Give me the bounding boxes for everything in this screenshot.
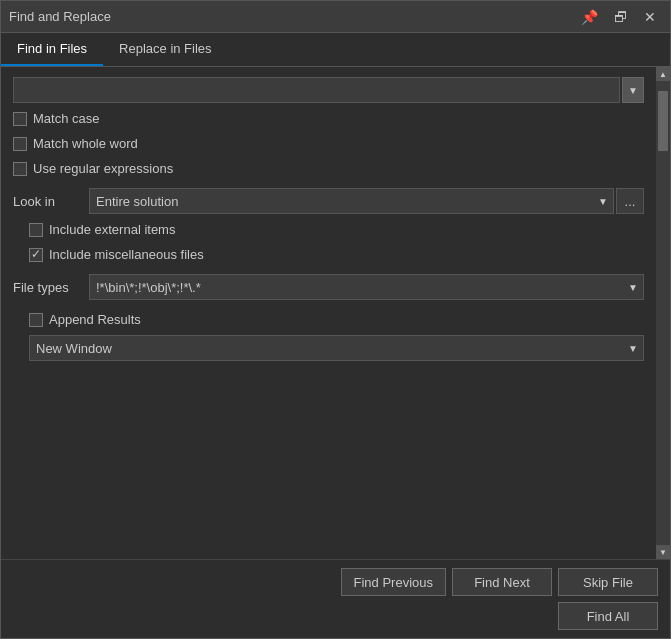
append-results-row: Append Results — [13, 310, 644, 329]
buttons-row-1: Find Previous Find Next Skip File — [341, 568, 658, 596]
include-external-row: Include external items — [13, 220, 644, 239]
content-area: ▼ Match case Match whole word Use regula… — [1, 67, 670, 559]
title-controls: 📌 🗗 ✕ — [575, 8, 662, 26]
file-types-label: File types — [13, 280, 81, 295]
find-replace-window: Find and Replace 📌 🗗 ✕ Find in Files Rep… — [0, 0, 671, 639]
match-case-label[interactable]: Match case — [33, 111, 99, 126]
output-select-wrap: New Window Find Results 1 Find Results 2… — [29, 335, 644, 361]
include-misc-label[interactable]: Include miscellaneous files — [49, 247, 204, 262]
file-types-select[interactable]: !*\bin\*;!*\obj\*;!*\.* *.* *.cs *.js *.… — [89, 274, 644, 300]
include-misc-row: Include miscellaneous files — [13, 245, 644, 264]
use-regex-label[interactable]: Use regular expressions — [33, 161, 173, 176]
pin-button[interactable]: 📌 — [575, 8, 604, 26]
title-bar: Find and Replace 📌 🗗 ✕ — [1, 1, 670, 33]
include-external-label[interactable]: Include external items — [49, 222, 175, 237]
buttons-row-2: Find All — [558, 602, 658, 630]
match-whole-word-row: Match whole word — [13, 134, 644, 153]
include-misc-checkbox[interactable] — [29, 248, 43, 262]
main-content: ▼ Match case Match whole word Use regula… — [1, 67, 656, 559]
skip-file-button[interactable]: Skip File — [558, 568, 658, 596]
file-types-row: File types !*\bin\*;!*\obj\*;!*\.* *.* *… — [13, 274, 644, 300]
window-title: Find and Replace — [9, 9, 111, 24]
scrollbar-thumb[interactable] — [658, 91, 668, 151]
use-regex-checkbox[interactable] — [13, 162, 27, 176]
close-button[interactable]: ✕ — [638, 8, 662, 26]
output-select[interactable]: New Window Find Results 1 Find Results 2 — [29, 335, 644, 361]
search-input[interactable] — [13, 77, 620, 103]
find-next-button[interactable]: Find Next — [452, 568, 552, 596]
append-results-label[interactable]: Append Results — [49, 312, 141, 327]
include-external-checkbox[interactable] — [29, 223, 43, 237]
scroll-down-button[interactable]: ▼ — [656, 545, 670, 559]
match-case-row: Match case — [13, 109, 644, 128]
file-types-select-wrap: !*\bin\*;!*\obj\*;!*\.* *.* *.cs *.js *.… — [89, 274, 644, 300]
match-whole-word-checkbox[interactable] — [13, 137, 27, 151]
tab-find-in-files[interactable]: Find in Files — [1, 33, 103, 66]
match-whole-word-label[interactable]: Match whole word — [33, 136, 138, 151]
find-all-button[interactable]: Find All — [558, 602, 658, 630]
look-in-row: Look in Entire solution Current Project … — [13, 188, 644, 214]
scrollbar-track[interactable] — [656, 81, 670, 545]
look-in-select-wrap: Entire solution Current Project Current … — [89, 188, 614, 214]
buttons-area: Find Previous Find Next Skip File Find A… — [1, 559, 670, 638]
look-in-select[interactable]: Entire solution Current Project Current … — [89, 188, 614, 214]
match-case-checkbox[interactable] — [13, 112, 27, 126]
look-in-label: Look in — [13, 194, 81, 209]
restore-button[interactable]: 🗗 — [608, 8, 634, 26]
use-regex-row: Use regular expressions — [13, 159, 644, 178]
scroll-up-button[interactable]: ▲ — [656, 67, 670, 81]
search-row: ▼ — [13, 77, 644, 103]
browse-button[interactable]: ... — [616, 188, 644, 214]
tabs-bar: Find in Files Replace in Files — [1, 33, 670, 67]
find-previous-button[interactable]: Find Previous — [341, 568, 446, 596]
search-dropdown-arrow[interactable]: ▼ — [622, 77, 644, 103]
output-window-row: New Window Find Results 1 Find Results 2… — [13, 335, 644, 361]
scrollbar: ▲ ▼ — [656, 67, 670, 559]
append-results-checkbox[interactable] — [29, 313, 43, 327]
look-in-field-wrap: Entire solution Current Project Current … — [89, 188, 644, 214]
tab-replace-in-files[interactable]: Replace in Files — [103, 33, 228, 66]
